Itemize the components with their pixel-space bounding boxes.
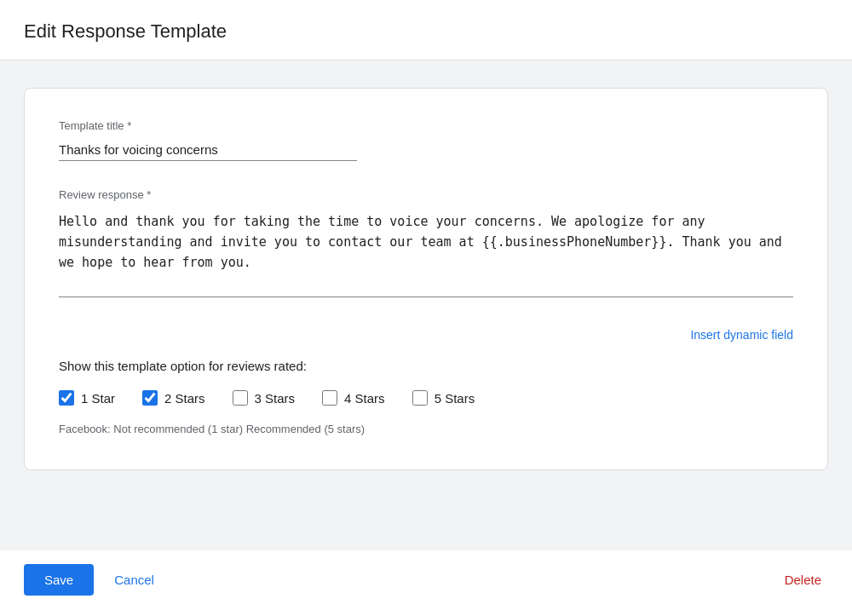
star3-checkbox[interactable] <box>233 390 248 406</box>
star-checkboxes-row: 1 Star 2 Stars 3 Stars 4 Stars 5 Stars <box>59 390 793 406</box>
star2-label: 2 Stars <box>164 391 205 406</box>
cancel-button[interactable]: Cancel <box>107 564 161 596</box>
page-header: Edit Response Template <box>0 0 852 60</box>
review-response-label: Review response * <box>59 188 793 201</box>
star4-label: 4 Stars <box>344 391 385 406</box>
footer-actions: Save Cancel Delete <box>0 550 852 616</box>
star4-checkbox[interactable] <box>322 390 337 406</box>
template-title-input[interactable] <box>59 139 357 161</box>
star2-checkbox-item[interactable]: 2 Stars <box>142 390 205 406</box>
star3-checkbox-item[interactable]: 3 Stars <box>233 390 296 406</box>
star4-checkbox-item[interactable]: 4 Stars <box>322 390 385 406</box>
page-content: Template title * Review response * Inser… <box>0 60 852 550</box>
insert-dynamic-field-container: Insert dynamic field <box>59 328 793 342</box>
star1-label: 1 Star <box>81 391 115 406</box>
show-template-label: Show this template option for reviews ra… <box>59 359 793 373</box>
review-response-group: Review response * <box>59 188 793 301</box>
star3-label: 3 Stars <box>255 391 296 406</box>
facebook-note: Facebook: Not recommended (1 star) Recom… <box>59 423 793 435</box>
insert-dynamic-field-link[interactable]: Insert dynamic field <box>690 328 793 342</box>
star1-checkbox-item[interactable]: 1 Star <box>59 390 115 406</box>
star5-label: 5 Stars <box>435 391 475 406</box>
star2-checkbox[interactable] <box>142 390 158 406</box>
page-wrapper: Edit Response Template Template title * … <box>0 0 852 616</box>
delete-button[interactable]: Delete <box>778 564 828 596</box>
review-response-input[interactable] <box>59 208 793 297</box>
page-title: Edit Response Template <box>24 20 828 43</box>
template-title-label: Template title * <box>59 119 793 132</box>
template-title-group: Template title * <box>59 119 793 161</box>
star5-checkbox-item[interactable]: 5 Stars <box>412 390 475 406</box>
star1-checkbox[interactable] <box>59 390 74 406</box>
star5-checkbox[interactable] <box>412 390 428 406</box>
edit-form-card: Template title * Review response * Inser… <box>24 88 828 470</box>
save-button[interactable]: Save <box>24 564 94 596</box>
